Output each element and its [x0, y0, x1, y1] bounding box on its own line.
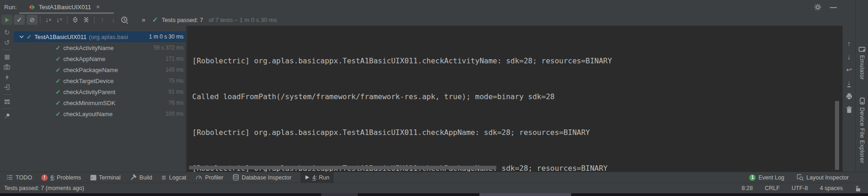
expand-all-icon[interactable]: [70, 15, 81, 25]
test-passed-icon: ✓: [56, 89, 61, 95]
console-line: [Robolectric] org.aplas.basicappx.TestA1…: [192, 55, 842, 67]
tree-row-test[interactable]: ✓ checkActivityName 59 s 372 ms: [14, 42, 186, 53]
test-passed-icon: ✓: [27, 34, 32, 40]
clear-console-icon[interactable]: [845, 105, 854, 114]
tests-passed-detail: of 7 tests – 1 m 0 s 30 ms: [209, 17, 277, 23]
test-history-icon[interactable]: [119, 15, 130, 25]
toolbar-separator: [2, 94, 11, 95]
test-name: checkMinimumSDK: [63, 100, 115, 106]
todo-list-icon: [6, 174, 13, 180]
tree-row-test[interactable]: ✓ checkMinimumSDK 76 ms: [14, 97, 186, 108]
lock-icon[interactable]: [855, 185, 861, 192]
tree-row-root[interactable]: ✓ TestA1BasicUIX011 (org.aplas.basi 1 m …: [14, 31, 186, 42]
vertical-scrollbar[interactable]: [835, 101, 839, 170]
down-stacktrace-icon[interactable]: ↓: [845, 52, 854, 61]
terminal-icon: ›: [90, 175, 96, 180]
android-studio-run-panel: Run: TestA1BasicUIX011 × — ✓ ⊘: [0, 0, 868, 196]
test-class-name: TestA1BasicUIX011: [34, 34, 87, 40]
tree-row-test[interactable]: ✓ checkTargetDevice 75 ms: [14, 75, 186, 86]
rerun-failed-tests-icon[interactable]: ↻: [2, 28, 12, 38]
layout-inspector-icon: [796, 174, 804, 181]
test-summary: ✓ Tests passed: 7 of 7 tests – 1 m 0 s 3…: [152, 16, 277, 24]
toolwindow-button-database-inspector[interactable]: Database Inspector: [233, 172, 291, 183]
console-line: Called loadFromPath(/system/framework/fr…: [192, 91, 842, 103]
caret-position[interactable]: 8:28: [742, 185, 753, 191]
console-output[interactable]: [Robolectric] org.aplas.basicappx.TestA1…: [187, 26, 842, 172]
tree-row-test[interactable]: ✓ checkPackageName 145 ms: [14, 64, 186, 75]
toolwindow-button-event-log[interactable]: 1 Event Log: [749, 172, 784, 183]
test-name: checkAppName: [63, 56, 106, 62]
up-stacktrace-icon[interactable]: ↑: [845, 39, 854, 48]
toolwindow-button-terminal[interactable]: › Terminal: [90, 172, 121, 183]
import-test-results-icon[interactable]: [2, 82, 12, 92]
close-icon[interactable]: ×: [96, 3, 100, 11]
test-name: checkTargetDevice: [63, 78, 114, 84]
tests-passed-icon: ✓: [152, 16, 158, 24]
screenshot-icon[interactable]: [2, 62, 12, 72]
problems-error-icon: !: [41, 174, 48, 181]
status-message[interactable]: Tests passed: 7 (moments ago): [4, 185, 84, 191]
test-passed-icon: ✓: [56, 56, 61, 62]
test-runner-toolbar: ✓ ⊘ ↓a ↓≡ ↑ ↓ » ✓ Tes: [14, 14, 842, 26]
toolwindow-button-run[interactable]: 4: Run: [300, 172, 334, 183]
rerun-tests-button[interactable]: [1, 15, 12, 25]
run-tab-label: TestA1BasicUIX011: [39, 4, 91, 11]
test-passed-icon: ✓: [56, 111, 61, 118]
gear-icon[interactable]: [814, 3, 822, 11]
status-bar: Tests passed: 7 (moments ago) 8:28 CRLF …: [0, 183, 868, 193]
sort-by-duration-icon[interactable]: ↓≡: [54, 15, 65, 25]
run-tab-testa1basicuix011[interactable]: TestA1BasicUIX011 ×: [25, 0, 103, 14]
emulator-icon: [858, 46, 866, 52]
coverage-icon[interactable]: [2, 72, 12, 82]
toolbar-separator: [2, 50, 11, 50]
pin-tab-icon[interactable]: [2, 111, 12, 121]
show-ignored-icon[interactable]: ⊘: [27, 15, 38, 25]
test-duration: 1 m 0 s 30 ms: [149, 34, 184, 40]
test-class-package: (org.aplas.basi: [89, 34, 128, 40]
test-duration: 100 ms: [166, 111, 184, 117]
previous-failed-test-icon[interactable]: ↑: [97, 15, 108, 25]
tree-row-test[interactable]: ✓ checkLayoutName 100 ms: [14, 108, 186, 119]
toolwindow-tab-device-file-explorer[interactable]: Device File Explorer: [856, 97, 868, 163]
test-duration: 75 ms: [168, 78, 184, 84]
collapse-all-icon[interactable]: [81, 15, 92, 25]
run-panel-header: Run: TestA1BasicUIX011 × —: [0, 0, 855, 14]
toolwindow-button-profiler[interactable]: Profiler: [195, 172, 223, 183]
test-passed-icon: ✓: [56, 45, 61, 51]
next-failed-test-icon[interactable]: ↓: [108, 15, 119, 25]
hide-panel-icon[interactable]: —: [830, 3, 837, 11]
tree-row-test[interactable]: ✓ checkAppName 171 ms: [14, 53, 186, 64]
print-icon[interactable]: [845, 92, 854, 101]
restore-layout-icon[interactable]: [2, 96, 12, 106]
database-icon: [233, 174, 239, 181]
more-actions-icon[interactable]: »: [142, 16, 145, 23]
test-name: checkPackageName: [63, 67, 118, 73]
toolwindow-button-build[interactable]: Build: [130, 172, 152, 183]
tests-passed-text: Tests passed: 7: [161, 17, 203, 23]
toolwindow-button-logcat[interactable]: ≣ Logcat: [161, 172, 186, 183]
test-passed-icon: ✓: [56, 67, 61, 73]
toolwindow-tab-emulator[interactable]: Emulator: [856, 46, 868, 80]
tree-row-test[interactable]: ✓ checkActivityParent 91 ms: [14, 86, 186, 97]
horizontal-scrollbar[interactable]: [189, 166, 496, 169]
toolwindow-button-layout-inspector[interactable]: Layout Inspector: [796, 172, 849, 183]
file-encoding[interactable]: UTF-8: [792, 185, 808, 191]
toolwindow-button-todo[interactable]: TODO: [6, 172, 32, 183]
line-separator[interactable]: CRLF: [765, 185, 780, 191]
sort-alphabetically-icon[interactable]: ↓a: [43, 15, 54, 25]
toolwindow-tab-label: Emulator: [859, 55, 865, 80]
toggle-auto-test-icon[interactable]: ↺: [2, 38, 12, 48]
bottom-edge-strip: [0, 193, 868, 196]
toolwindow-button-problems[interactable]: ! 6: Problems: [41, 172, 81, 183]
soft-wrap-icon[interactable]: ↩: [845, 65, 854, 74]
show-passed-icon[interactable]: ✓: [14, 15, 25, 25]
logcat-icon: ≣: [161, 174, 167, 181]
chevron-down-icon[interactable]: [19, 35, 24, 39]
toolbar-separator: [2, 108, 11, 109]
stop-process-icon[interactable]: [2, 52, 12, 62]
scroll-to-end-icon[interactable]: ↓: [845, 78, 854, 88]
toolwindow-tab-label: Device File Explorer: [859, 107, 865, 163]
test-duration: 59 s 372 ms: [154, 45, 184, 51]
profiler-gauge-icon: [195, 174, 202, 180]
indent-setting[interactable]: 4 spaces: [820, 185, 843, 191]
